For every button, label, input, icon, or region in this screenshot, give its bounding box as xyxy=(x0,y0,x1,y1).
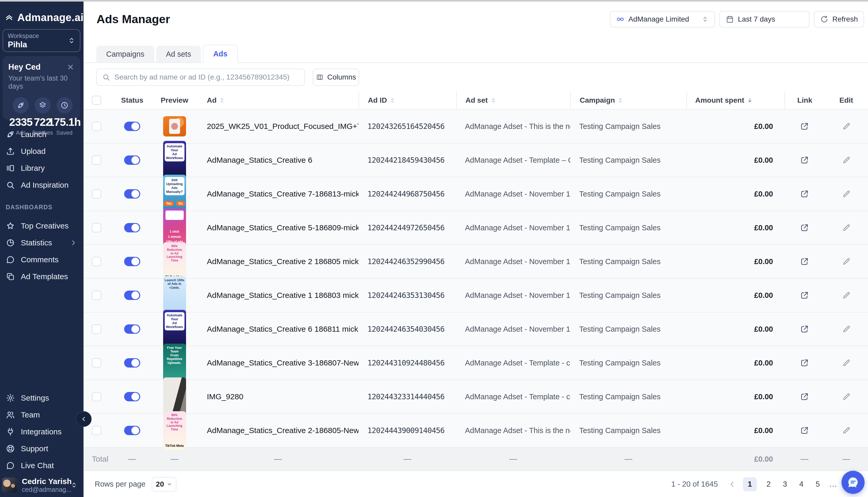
sidebar-item-team[interactable]: Team xyxy=(0,406,84,423)
column-header-campaign[interactable]: Campaign xyxy=(570,91,686,109)
ad-name[interactable]: AdManage_Statics_Creative 3-186807-NewCr… xyxy=(207,358,359,367)
edit-pencil-icon[interactable] xyxy=(842,223,851,232)
sidebar-item-integrations[interactable]: Integrations xyxy=(0,423,84,440)
ad-name[interactable]: AdManage_Statics_Creative 6 xyxy=(207,156,312,165)
edit-pencil-icon[interactable] xyxy=(842,257,851,266)
column-header-ad-id[interactable]: Ad ID xyxy=(359,91,456,109)
search-input[interactable] xyxy=(114,73,299,82)
row-checkbox[interactable] xyxy=(92,358,101,368)
sidebar-item-launch[interactable]: Launch xyxy=(0,126,84,143)
external-link-icon[interactable] xyxy=(800,156,809,165)
external-link-icon[interactable] xyxy=(800,223,809,232)
external-link-icon[interactable] xyxy=(800,392,809,401)
page-button-2[interactable]: 2 xyxy=(764,480,773,488)
status-toggle[interactable] xyxy=(124,122,140,131)
sidebar-collapse-button[interactable] xyxy=(76,411,92,427)
sidebar-item-settings[interactable]: Settings xyxy=(0,389,84,406)
edit-pencil-icon[interactable] xyxy=(842,358,851,367)
tab-campaigns[interactable]: Campaigns xyxy=(96,46,154,62)
status-toggle[interactable] xyxy=(124,155,140,165)
rows-per-page-select[interactable]: 20 xyxy=(152,477,176,492)
page-button-3[interactable]: 3 xyxy=(780,480,790,488)
tab-ad-sets[interactable]: Ad sets xyxy=(156,46,201,62)
columns-button[interactable]: Columns xyxy=(313,69,359,86)
ad-preview-thumbnail[interactable]: 90% Reduction in Ad Launching TimeTikTok… xyxy=(163,242,186,281)
row-checkbox[interactable] xyxy=(92,324,101,334)
status-toggle[interactable] xyxy=(124,392,140,401)
row-checkbox[interactable] xyxy=(92,392,101,401)
sidebar-item-ad-templates[interactable]: Ad Templates xyxy=(0,268,84,285)
ad-name[interactable]: AdManage_Statics_Creative 5-186809-micka… xyxy=(207,223,359,232)
external-link-icon[interactable] xyxy=(800,257,809,266)
external-link-icon[interactable] xyxy=(800,426,809,435)
sidebar-item-upload[interactable]: Upload xyxy=(0,143,84,160)
page-button-1[interactable]: 1 xyxy=(743,477,757,491)
ad-preview-thumbnail[interactable]: Launch 100s of Ads in <1min. xyxy=(163,276,186,314)
status-toggle[interactable] xyxy=(124,290,140,300)
edit-pencil-icon[interactable] xyxy=(842,325,851,333)
status-toggle[interactable] xyxy=(124,358,140,368)
edit-pencil-icon[interactable] xyxy=(842,156,851,165)
ad-name[interactable]: AdManage_Statics_Creative 7-186813-micka… xyxy=(207,189,359,198)
edit-pencil-icon[interactable] xyxy=(842,392,851,401)
page-button-4[interactable]: 4 xyxy=(797,480,806,488)
ad-account-select[interactable]: AdManage Limited xyxy=(610,11,715,28)
row-checkbox[interactable] xyxy=(92,223,101,232)
sidebar-item-live-chat[interactable]: Live Chat xyxy=(0,457,84,474)
ad-name[interactable]: IMG_9280 xyxy=(207,392,243,401)
refresh-button[interactable]: Refresh xyxy=(814,11,864,28)
ad-preview-thumbnail[interactable] xyxy=(163,116,186,137)
edit-pencil-icon[interactable] xyxy=(842,291,851,300)
status-toggle[interactable] xyxy=(124,189,140,199)
ad-preview-thumbnail[interactable]: Automate Your Ad Workflows xyxy=(163,141,186,179)
user-menu[interactable]: Cedric Yarish ced@admanag... xyxy=(2,477,81,493)
sidebar-item-ad-inspiration[interactable]: Ad Inspiration xyxy=(0,176,84,194)
ad-preview-thumbnail[interactable]: Free Your Team From Repetitive Uploads. xyxy=(163,344,186,382)
row-checkbox[interactable] xyxy=(92,257,101,266)
select-all-checkbox[interactable] xyxy=(92,96,101,105)
column-header-ad[interactable]: Ad xyxy=(197,96,359,104)
sidebar-item-library[interactable]: Library xyxy=(0,160,84,176)
row-checkbox[interactable] xyxy=(92,155,101,165)
ad-preview-thumbnail[interactable]: Still Uploading Ads Manually?YesNo xyxy=(163,175,186,213)
ad-name[interactable]: AdManage_Statics_Creative 2 186805 micka… xyxy=(207,257,359,266)
edit-pencil-icon[interactable] xyxy=(842,189,851,198)
sidebar-item-comments[interactable]: Comments xyxy=(0,251,84,268)
external-link-icon[interactable] xyxy=(800,291,809,300)
close-icon[interactable] xyxy=(67,63,74,71)
tab-ads[interactable]: Ads xyxy=(203,45,238,63)
ad-preview-thumbnail[interactable] xyxy=(163,378,186,416)
ad-preview-thumbnail[interactable]: Automate Your Ad Workflows xyxy=(163,310,186,348)
edit-pencil-icon[interactable] xyxy=(842,426,851,435)
sidebar-item-statistics[interactable]: Statistics xyxy=(0,234,84,251)
ad-name[interactable]: AdManage_Statics_Creative 6 186811 micka… xyxy=(207,325,359,333)
page-button-5[interactable]: 5 xyxy=(813,480,823,488)
column-header-amount-spent[interactable]: Amount spent xyxy=(686,91,784,109)
status-toggle[interactable] xyxy=(124,324,140,334)
row-checkbox[interactable] xyxy=(92,122,101,131)
date-range-picker[interactable]: Last 7 days xyxy=(719,11,810,28)
workspace-selector[interactable]: Workspace Pihla xyxy=(3,29,80,52)
status-toggle[interactable] xyxy=(124,426,140,435)
sidebar-item-support[interactable]: Support xyxy=(0,440,84,457)
status-toggle[interactable] xyxy=(124,223,140,232)
live-chat-fab[interactable] xyxy=(841,471,865,494)
external-link-icon[interactable] xyxy=(800,358,809,367)
external-link-icon[interactable] xyxy=(800,325,809,333)
ad-name[interactable]: AdManage_Statics_Creative 1 186803 micka… xyxy=(207,291,359,300)
external-link-icon[interactable] xyxy=(800,189,809,198)
row-checkbox[interactable] xyxy=(92,426,101,435)
row-checkbox[interactable] xyxy=(92,189,101,199)
ad-name[interactable]: 2025_WK25_V01_Product_Focused_IMG+TEXT_C xyxy=(207,122,359,131)
edit-pencil-icon[interactable] xyxy=(842,122,851,131)
ad-name[interactable]: AdManage_Statics_Creative 2-186805-NewCr… xyxy=(207,426,359,435)
external-link-icon[interactable] xyxy=(800,122,809,131)
column-header-ad-set[interactable]: Ad set xyxy=(456,91,570,109)
previous-page-icon[interactable] xyxy=(729,481,736,488)
brand[interactable]: Admanage.ai xyxy=(0,2,84,24)
ad-preview-thumbnail[interactable]: 90% Reduction in Ad Launching TimeTikTok… xyxy=(163,411,186,450)
ad-preview-thumbnail[interactable]: 1 click 1 minute 100s of ads xyxy=(163,209,186,247)
sidebar-item-top-creatives[interactable]: Top Creatives xyxy=(0,217,84,234)
status-toggle[interactable] xyxy=(124,257,140,266)
row-checkbox[interactable] xyxy=(92,290,101,300)
